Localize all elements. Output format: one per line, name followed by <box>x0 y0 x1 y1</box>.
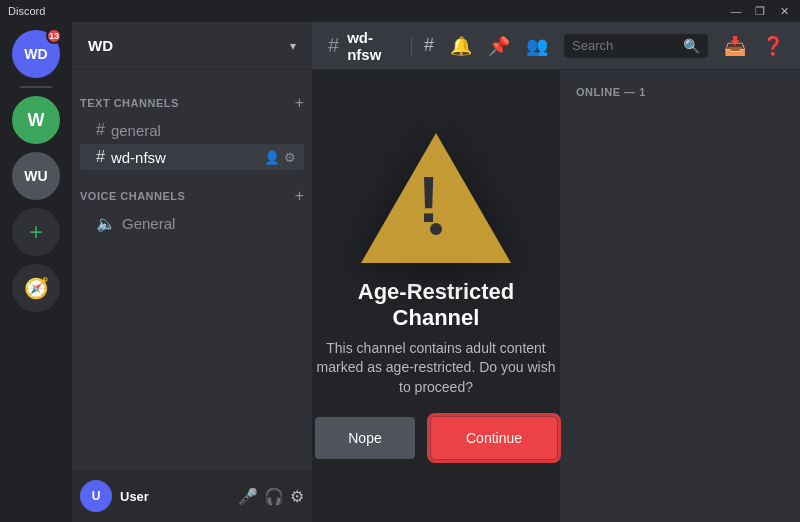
chat-area: Age-Restricted Channel This channel cont… <box>312 70 560 522</box>
hash-icon: # <box>96 121 105 139</box>
minimize-button[interactable]: — <box>728 5 744 18</box>
server-wu-label: WU <box>24 168 47 184</box>
hash-icon-nfsw: # <box>96 148 105 166</box>
bell-icon[interactable]: 🔔 <box>450 35 472 57</box>
age-restricted-title: Age-Restricted Channel <box>315 279 557 331</box>
add-text-channel-icon[interactable]: + <box>295 94 304 112</box>
server-wd-badge: 13 <box>46 28 62 44</box>
chevron-down-icon: ▾ <box>290 39 296 53</box>
text-channels-category[interactable]: TEXT CHANNELS + <box>72 78 312 116</box>
server-divider <box>20 86 52 88</box>
channel-item-wd-nfsw[interactable]: # wd-nfsw 👤 ⚙ <box>80 144 304 170</box>
header-divider <box>411 36 412 56</box>
maximize-button[interactable]: ❐ <box>752 5 768 18</box>
channel-list: TEXT CHANNELS + # general # wd-nfsw 👤 ⚙ … <box>72 70 312 470</box>
channel-name-general: general <box>111 122 296 139</box>
header-actions: # 🔔 📌 👥 Search 🔍 📥 ❓ <box>424 34 784 58</box>
sidebar-user: U User 🎤 🎧 ⚙ <box>72 470 312 522</box>
age-restricted-card: Age-Restricted Channel This channel cont… <box>312 109 589 484</box>
username: User <box>120 489 230 504</box>
warning-triangle-icon <box>361 133 511 263</box>
headphones-icon[interactable]: 🎧 <box>264 487 284 506</box>
hash-header-icon[interactable]: # <box>424 35 434 56</box>
channel-header: # wd-nfsw # 🔔 📌 👥 Search 🔍 📥 ❓ <box>312 22 800 70</box>
voice-channel-name-general: General <box>122 215 296 232</box>
server-icon-w[interactable]: W <box>12 96 60 144</box>
channel-hash-icon: # <box>328 34 339 57</box>
header-channel-name: wd-nfsw <box>347 29 399 63</box>
members-icon[interactable]: 👥 <box>526 35 548 57</box>
content-body: Age-Restricted Channel This channel cont… <box>312 70 800 522</box>
text-channels-label: TEXT CHANNELS <box>80 97 179 109</box>
main-content: # wd-nfsw # 🔔 📌 👥 Search 🔍 📥 ❓ <box>312 22 800 522</box>
compass-icon: 🧭 <box>24 276 49 300</box>
gear-icon[interactable]: ⚙ <box>284 150 296 165</box>
add-voice-channel-icon[interactable]: + <box>295 187 304 205</box>
window-controls: — ❐ ✕ <box>728 5 792 18</box>
voice-channels-label: VOICE CHANNELS <box>80 190 185 202</box>
user-info: User <box>120 489 230 504</box>
age-restricted-overlay: Age-Restricted Channel This channel cont… <box>312 70 560 522</box>
server-name: WD <box>88 37 113 54</box>
search-icon: 🔍 <box>683 38 700 54</box>
age-restricted-description: This channel contains adult content mark… <box>315 339 557 398</box>
warning-icon-container <box>361 133 511 263</box>
channel-actions: 👤 ⚙ <box>264 150 296 165</box>
microphone-icon[interactable]: 🎤 <box>238 487 258 506</box>
add-server-button[interactable]: + <box>12 208 60 256</box>
server-header[interactable]: WD ▾ <box>72 22 312 70</box>
channel-name-wd-nfsw: wd-nfsw <box>111 149 258 166</box>
add-icon: + <box>29 218 43 246</box>
server-wd-label: WD <box>24 46 47 62</box>
members-sidebar: ONLINE — 1 <box>560 70 800 522</box>
server-icon-wd[interactable]: WD 13 <box>12 30 60 78</box>
close-button[interactable]: ✕ <box>776 5 792 18</box>
server-w-label: W <box>28 110 45 131</box>
channel-item-general[interactable]: # general <box>80 117 304 143</box>
user-controls: 🎤 🎧 ⚙ <box>238 487 304 506</box>
inbox-icon[interactable]: 📥 <box>724 35 746 57</box>
titlebar: Discord — ❐ ✕ <box>0 0 800 22</box>
modal-buttons: Nope Continue <box>315 417 557 459</box>
person-icon: 👤 <box>264 150 280 165</box>
server-icon-wu[interactable]: WU <box>12 152 60 200</box>
voice-channels-category[interactable]: VOICE CHANNELS + <box>72 171 312 209</box>
app-title: Discord <box>8 5 45 17</box>
search-placeholder: Search <box>572 38 679 53</box>
help-icon[interactable]: ❓ <box>762 35 784 57</box>
channel-sidebar: WD ▾ TEXT CHANNELS + # general # wd-nfsw… <box>72 22 312 522</box>
server-list: WD 13 W WU + 🧭 <box>0 22 72 522</box>
pin-icon[interactable]: 📌 <box>488 35 510 57</box>
continue-button[interactable]: Continue <box>431 417 557 459</box>
channel-item-general-voice[interactable]: 🔈 General <box>80 210 304 237</box>
speaker-icon: 🔈 <box>96 214 116 233</box>
avatar-label: U <box>92 489 101 503</box>
discover-button[interactable]: 🧭 <box>12 264 60 312</box>
nope-button[interactable]: Nope <box>315 417 415 459</box>
search-box[interactable]: Search 🔍 <box>564 34 708 58</box>
settings-icon[interactable]: ⚙ <box>290 487 304 506</box>
online-members-label: ONLINE — 1 <box>568 86 792 98</box>
avatar: U <box>80 480 112 512</box>
